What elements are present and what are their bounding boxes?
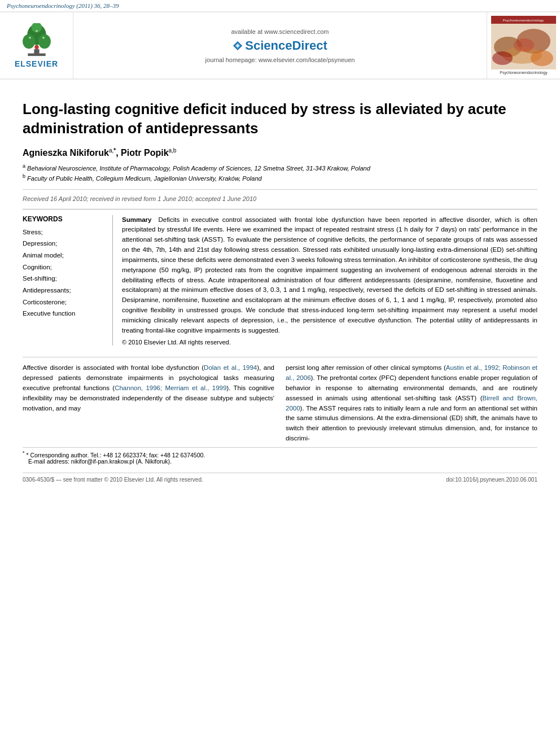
body-col-right-text: persist long after remission of other cl…: [286, 363, 537, 444]
main-content: Long-lasting cognitive deficit induced b…: [0, 80, 560, 492]
footer-note: * * Corresponding author. Tel.: +48 12 6…: [23, 447, 537, 465]
abstract-text: Summary Deficits in executive control as…: [122, 215, 537, 336]
page-bottom-footer: 0306-4530/$ — see front matter © 2010 El…: [23, 473, 537, 483]
author1-name: Agnieszka Nikiforuk: [23, 148, 109, 158]
footnote-star: *: [23, 450, 25, 456]
affil-b-label: b: [23, 173, 25, 179]
footnote-contact: * Corresponding author. Tel.: +48 12 662…: [26, 451, 205, 458]
journal-header: ELSEVIER available at www.sciencedirect.…: [0, 11, 560, 80]
keyword-3: Animal model;: [23, 250, 103, 261]
ref-dolan: Dolan et al., 1994: [204, 364, 257, 371]
keyword-8: Executive function: [23, 308, 103, 320]
elsevier-label: ELSEVIER: [15, 59, 58, 68]
copyright-line: © 2010 Elsevier Ltd. All rights reserved…: [122, 339, 537, 346]
received-line: Received 16 April 2010; received in revi…: [23, 195, 537, 202]
abstract-body: Deficits in executive control associated…: [122, 216, 537, 334]
svg-rect-1: [28, 53, 45, 56]
keyword-1: Stress;: [23, 226, 103, 238]
body-col-right: persist long after remission of other cl…: [286, 363, 537, 444]
keyword-2: Depression;: [23, 238, 103, 250]
journal-citation: Psychoneuroendocrinology (2011) 36, 28–3…: [0, 0, 560, 11]
available-text: available at www.sciencedirect.com: [231, 28, 329, 35]
elsevier-tree-icon: [17, 23, 56, 57]
affil-b-text: Faculty of Public Health, Collegium Medi…: [27, 175, 262, 182]
sciencedirect-center: available at www.sciencedirect.com Scien…: [73, 12, 487, 78]
keywords-list: Stress; Depression; Animal model; Cognit…: [23, 226, 103, 320]
footer-issn: 0306-4530/$ — see front matter © 2010 El…: [23, 477, 203, 483]
journal-homepage-text: journal homepage: www.elsevier.com/locat…: [205, 56, 355, 63]
divider-2: [23, 357, 537, 357]
keyword-5: Set-shifting;: [23, 273, 103, 285]
keyword-4: Cognition;: [23, 261, 103, 273]
svg-point-4: [38, 34, 50, 49]
authors-line: Agnieszka Nikiforuka,*, Piotr Popika,b: [23, 147, 537, 158]
svg-point-19: [492, 51, 513, 65]
affiliations: a Behavioral Neuroscience, Institute of …: [23, 163, 537, 183]
svg-point-9: [36, 30, 38, 32]
sciencedirect-logo: ScienceDirect: [233, 38, 327, 53]
ref-birrell: Birrell and Brown, 2000: [286, 395, 537, 412]
keywords-column: KEYWORDS Stress; Depression; Animal mode…: [23, 215, 113, 346]
abstract-label: Summary: [122, 216, 151, 223]
footnote-email: E-mail address: nikifor@if-pan.krakow.pl…: [23, 458, 172, 465]
affil-a-label: a: [23, 163, 25, 169]
affil-b: b Faculty of Public Health, Collegium Me…: [23, 173, 537, 183]
svg-point-8: [42, 37, 45, 39]
ref-channon: Channon, 1996; Merriam et al., 1999: [115, 385, 226, 391]
affil-a-text: Behavioral Neuroscience, Institute of Ph…: [27, 165, 370, 172]
divider-1: [23, 189, 537, 190]
body-col-left-text: Affective disorder is associated with fr…: [23, 363, 274, 413]
journal-citation-text: Psychoneuroendocrinology (2011) 36, 28–3…: [7, 2, 119, 9]
keyword-6: Antidepressants;: [23, 285, 103, 296]
svg-point-20: [531, 50, 553, 66]
affil-a: a Behavioral Neuroscience, Institute of …: [23, 163, 537, 173]
body-two-column: Affective disorder is associated with fr…: [23, 363, 537, 444]
ref-austin: Austin et al., 1992; Robinson et al., 20…: [286, 364, 537, 381]
journal-cover-art: Psychoneuroendocrinology: [491, 16, 556, 69]
body-col-left: Affective disorder is associated with fr…: [23, 363, 274, 444]
svg-point-21: [514, 38, 534, 52]
abstract-column: Summary Deficits in executive control as…: [113, 215, 537, 346]
footer-doi: doi:10.1016/j.psyneuen.2010.06.001: [446, 477, 537, 483]
svg-point-3: [23, 34, 35, 49]
journal-thumbnail-label: Psychoneuroendocrinology: [500, 71, 547, 75]
keyword-7: Corticosterone;: [23, 296, 103, 308]
sciencedirect-text: ScienceDirect: [245, 38, 327, 53]
svg-point-7: [29, 37, 31, 39]
keywords-title: KEYWORDS: [23, 215, 103, 223]
elsevier-logo-box: ELSEVIER: [0, 12, 73, 78]
svg-point-6: [34, 45, 38, 49]
journal-thumbnail: Psychoneuroendocrinology: [491, 16, 556, 69]
author2-affil: a,b: [169, 147, 177, 154]
abstract-section: KEYWORDS Stress; Depression; Animal mode…: [23, 209, 537, 346]
author1-star: *: [113, 147, 116, 154]
article-title: Long-lasting cognitive deficit induced b…: [23, 100, 537, 138]
journal-cover-box: Psychoneuroendocrinology Psychoneuroendo…: [487, 12, 560, 78]
sd-diamond-icon: [233, 41, 243, 51]
svg-text:Psychoneuroendocrinology: Psychoneuroendocrinology: [503, 19, 544, 22]
